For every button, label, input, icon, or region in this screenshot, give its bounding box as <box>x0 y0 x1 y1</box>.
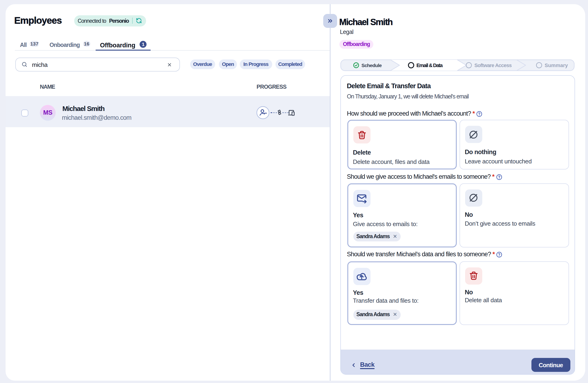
svg-text:Software Access: Software Access <box>474 62 512 68</box>
svg-text:Email & Data: Email & Data <box>417 62 443 68</box>
svg-text:Schedule: Schedule <box>361 63 382 68</box>
svg-text:Summary: Summary <box>545 62 568 68</box>
